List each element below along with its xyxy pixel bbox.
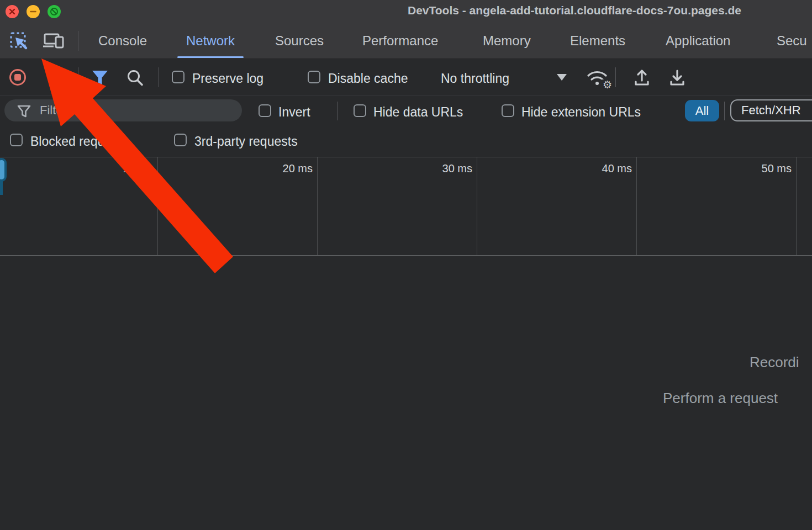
overview-window-handle[interactable] [0,158,7,182]
invert-checkbox[interactable] [259,104,271,117]
separator [615,67,616,87]
filter-funnel-icon [91,70,109,86]
blocked-requests-label: Blocked requests [30,134,128,149]
hide-extension-urls-label: Hide extension URLs [521,105,641,120]
network-conditions-button[interactable]: ⚙ [586,68,609,88]
devtools-window: DevTools - angela-add-tutorial.cloudflar… [0,0,812,530]
import-har-button[interactable] [632,68,652,88]
request-filters-row: Blocked requests 3rd-party requests [0,126,812,157]
perform-request-hint-text: Perform a request [663,390,778,407]
clear-network-log-button[interactable] [48,70,63,85]
traffic-lights [6,5,61,18]
filter-row: Invert Hide data URLs Hide extension URL… [0,96,812,126]
timeline-gridline [157,157,158,255]
export-har-button[interactable] [667,68,687,88]
close-icon [8,8,16,15]
recording-status-text: Recordi [750,354,799,371]
titlebar: DevTools - angela-add-tutorial.cloudflar… [0,0,812,23]
timeline-tick-label: 30 ms [442,162,472,175]
minimize-window-button[interactable] [27,5,40,18]
hide-extension-urls-checkbox[interactable] [502,104,514,117]
inspect-cursor-icon [9,31,29,51]
inspect-element-button[interactable] [9,31,30,52]
device-toolbar-icon [43,31,66,51]
timeline-tick-label: 10 ms [123,162,153,175]
disable-cache-label: Disable cache [328,71,408,86]
timeline-gridline [317,157,318,255]
tab-network[interactable]: Network [186,23,235,58]
tab-sources[interactable]: Sources [275,23,324,58]
search-button[interactable] [125,68,144,87]
timeline-tick-label: 50 ms [762,162,792,175]
hide-data-urls-label: Hide data URLs [373,105,463,120]
tab-memory[interactable]: Memory [483,23,531,58]
minimize-icon [29,8,37,15]
filter-type-all-button[interactable]: All [685,100,719,121]
preserve-log-label: Preserve log [192,71,263,86]
separator [337,102,338,120]
separator [159,67,159,87]
filter-input[interactable] [4,99,242,121]
separator [78,67,78,87]
invert-label: Invert [278,105,310,120]
timeline-tick-label: 40 ms [602,162,632,175]
close-window-button[interactable] [6,5,19,18]
search-icon [126,69,144,87]
third-party-requests-checkbox[interactable] [174,134,187,146]
separator [78,31,78,51]
throttling-caret-icon[interactable] [557,74,567,81]
filter-toggle-button[interactable] [91,69,109,87]
timeline-tick-label: 20 ms [283,162,313,175]
export-har-icon [668,68,687,87]
overview-window-handle-tail [0,181,3,195]
timeline-gridline [796,157,797,255]
gear-icon: ⚙ [602,80,612,90]
record-stop-icon [9,68,27,86]
devtools-tabbar: Console Network Sources Performance Memo… [0,23,812,59]
tab-elements[interactable]: Elements [570,23,625,58]
filter-input-funnel-icon [17,104,31,118]
timeline-gridline [636,157,637,255]
separator [724,102,725,120]
hide-data-urls-checkbox[interactable] [354,104,366,117]
filter-type-fetch-xhr-button[interactable]: Fetch/XHR [730,99,812,121]
device-toolbar-button[interactable] [42,31,66,52]
preserve-log-checkbox[interactable] [172,71,184,83]
record-network-log-button[interactable] [9,68,27,86]
window-title: DevTools - angela-add-tutorial.cloudflar… [408,4,812,17]
network-toolbar: Preserve log Disable cache No throttling… [0,59,812,96]
tab-console[interactable]: Console [98,23,147,58]
timeline-gridline [477,157,477,255]
third-party-requests-label: 3rd-party requests [194,134,298,149]
tab-performance[interactable]: Performance [362,23,438,58]
requests-empty-area: Recordi Perform a request [0,256,812,530]
throttling-select[interactable]: No throttling [441,71,509,86]
import-har-icon [632,68,651,87]
tab-security[interactable]: Secu [777,23,807,58]
network-overview-timeline[interactable]: 10 ms 20 ms 30 ms 40 ms 50 ms [0,157,812,256]
clear-icon [48,70,63,85]
fullscreen-window-button[interactable] [48,5,61,18]
fullscreen-disabled-icon [49,7,59,17]
blocked-requests-checkbox[interactable] [10,134,23,146]
disable-cache-checkbox[interactable] [308,71,320,83]
tab-application[interactable]: Application [666,23,730,58]
